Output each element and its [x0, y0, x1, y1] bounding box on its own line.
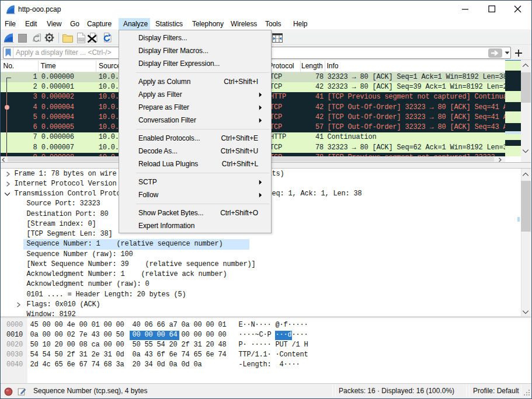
- svg-text:010: 010: [79, 38, 84, 41]
